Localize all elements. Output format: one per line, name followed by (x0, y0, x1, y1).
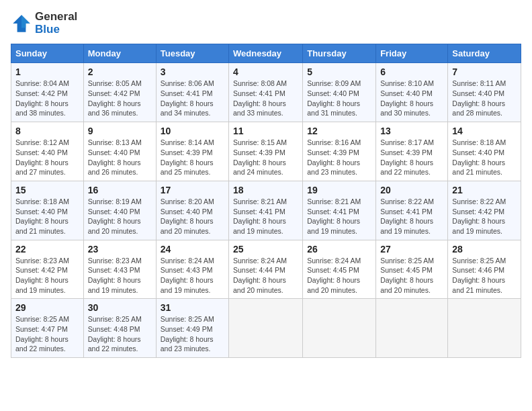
table-row (229, 299, 303, 358)
svg-marker-1 (21, 15, 30, 28)
calendar-week-4: 22Sunrise: 8:23 AMSunset: 4:42 PMDayligh… (11, 240, 521, 299)
table-row: 1Sunrise: 8:04 AMSunset: 4:42 PMDaylight… (11, 63, 84, 122)
weekday-header-saturday: Saturday (448, 44, 521, 63)
table-row: 14Sunrise: 8:18 AMSunset: 4:40 PMDayligh… (448, 122, 521, 181)
weekday-header-sunday: Sunday (11, 44, 84, 63)
table-row: 29Sunrise: 8:25 AMSunset: 4:47 PMDayligh… (11, 299, 84, 358)
table-row: 25Sunrise: 8:24 AMSunset: 4:44 PMDayligh… (229, 240, 303, 299)
table-row: 23Sunrise: 8:23 AMSunset: 4:43 PMDayligh… (83, 240, 156, 299)
table-row (303, 299, 376, 358)
table-row: 10Sunrise: 8:14 AMSunset: 4:39 PMDayligh… (156, 122, 228, 181)
table-row: 7Sunrise: 8:11 AMSunset: 4:40 PMDaylight… (448, 63, 521, 122)
table-row: 20Sunrise: 8:22 AMSunset: 4:41 PMDayligh… (376, 181, 448, 240)
table-row: 15Sunrise: 8:18 AMSunset: 4:40 PMDayligh… (11, 181, 84, 240)
table-row: 16Sunrise: 8:19 AMSunset: 4:40 PMDayligh… (83, 181, 156, 240)
table-row: 2Sunrise: 8:05 AMSunset: 4:42 PMDaylight… (83, 63, 156, 122)
table-row: 22Sunrise: 8:23 AMSunset: 4:42 PMDayligh… (11, 240, 84, 299)
calendar-week-2: 8Sunrise: 8:12 AMSunset: 4:40 PMDaylight… (11, 122, 521, 181)
logo-text: General Blue (35, 11, 77, 36)
table-row (376, 299, 448, 358)
weekday-header-tuesday: Tuesday (156, 44, 228, 63)
table-row: 6Sunrise: 8:10 AMSunset: 4:40 PMDaylight… (376, 63, 448, 122)
table-row: 31Sunrise: 8:25 AMSunset: 4:49 PMDayligh… (156, 299, 228, 358)
weekday-header-row: SundayMondayTuesdayWednesdayThursdayFrid… (11, 44, 521, 63)
table-row: 13Sunrise: 8:17 AMSunset: 4:39 PMDayligh… (376, 122, 448, 181)
page-header: General Blue (11, 11, 521, 36)
table-row: 9Sunrise: 8:13 AMSunset: 4:40 PMDaylight… (83, 122, 156, 181)
table-row: 27Sunrise: 8:25 AMSunset: 4:45 PMDayligh… (376, 240, 448, 299)
table-row: 30Sunrise: 8:25 AMSunset: 4:48 PMDayligh… (83, 299, 156, 358)
weekday-header-wednesday: Wednesday (229, 44, 303, 63)
calendar-table: SundayMondayTuesdayWednesdayThursdayFrid… (11, 44, 521, 358)
weekday-header-friday: Friday (376, 44, 448, 63)
calendar-week-5: 29Sunrise: 8:25 AMSunset: 4:47 PMDayligh… (11, 299, 521, 358)
table-row: 24Sunrise: 8:24 AMSunset: 4:43 PMDayligh… (156, 240, 228, 299)
table-row: 28Sunrise: 8:25 AMSunset: 4:46 PMDayligh… (448, 240, 521, 299)
table-row: 26Sunrise: 8:24 AMSunset: 4:45 PMDayligh… (303, 240, 376, 299)
table-row: 5Sunrise: 8:09 AMSunset: 4:40 PMDaylight… (303, 63, 376, 122)
calendar-week-3: 15Sunrise: 8:18 AMSunset: 4:40 PMDayligh… (11, 181, 521, 240)
table-row: 17Sunrise: 8:20 AMSunset: 4:40 PMDayligh… (156, 181, 228, 240)
weekday-header-monday: Monday (83, 44, 156, 63)
logo: General Blue (11, 11, 77, 36)
table-row: 11Sunrise: 8:15 AMSunset: 4:39 PMDayligh… (229, 122, 303, 181)
table-row: 18Sunrise: 8:21 AMSunset: 4:41 PMDayligh… (229, 181, 303, 240)
table-row (448, 299, 521, 358)
calendar-week-1: 1Sunrise: 8:04 AMSunset: 4:42 PMDaylight… (11, 63, 521, 122)
table-row: 19Sunrise: 8:21 AMSunset: 4:41 PMDayligh… (303, 181, 376, 240)
table-row: 4Sunrise: 8:08 AMSunset: 4:41 PMDaylight… (229, 63, 303, 122)
table-row: 21Sunrise: 8:22 AMSunset: 4:42 PMDayligh… (448, 181, 521, 240)
table-row: 12Sunrise: 8:16 AMSunset: 4:39 PMDayligh… (303, 122, 376, 181)
weekday-header-thursday: Thursday (303, 44, 376, 63)
table-row: 3Sunrise: 8:06 AMSunset: 4:41 PMDaylight… (156, 63, 228, 122)
table-row: 8Sunrise: 8:12 AMSunset: 4:40 PMDaylight… (11, 122, 84, 181)
logo-icon (11, 13, 32, 34)
